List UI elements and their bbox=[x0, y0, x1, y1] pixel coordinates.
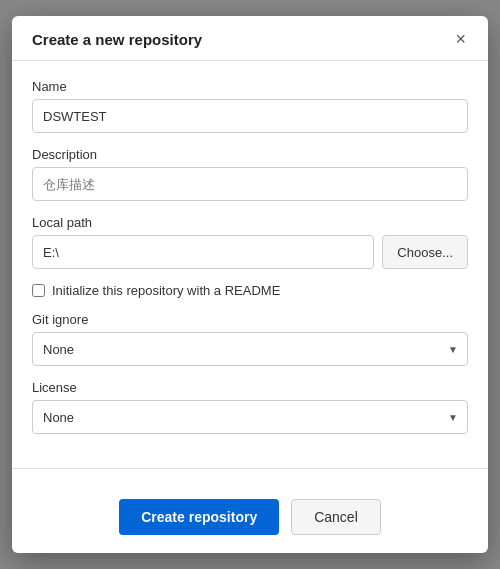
description-label: Description bbox=[32, 147, 468, 162]
local-path-row: Choose... bbox=[32, 235, 468, 269]
gitignore-field-group: Git ignore None bbox=[32, 312, 468, 366]
local-path-label: Local path bbox=[32, 215, 468, 230]
description-input[interactable] bbox=[32, 167, 468, 201]
license-field-group: License None bbox=[32, 380, 468, 434]
gitignore-select[interactable]: None bbox=[32, 332, 468, 366]
license-label: License bbox=[32, 380, 468, 395]
name-label: Name bbox=[32, 79, 468, 94]
dialog-header: Create a new repository × bbox=[12, 16, 488, 61]
dialog-body: Name Description Local path Choose... In… bbox=[12, 61, 488, 464]
cancel-button[interactable]: Cancel bbox=[291, 499, 381, 535]
name-field-group: Name bbox=[32, 79, 468, 133]
readme-checkbox[interactable] bbox=[32, 284, 45, 297]
dialog-footer: Create repository Cancel bbox=[12, 485, 488, 553]
license-select[interactable]: None bbox=[32, 400, 468, 434]
readme-checkbox-row: Initialize this repository with a README bbox=[32, 283, 468, 298]
close-button[interactable]: × bbox=[453, 30, 468, 48]
choose-button[interactable]: Choose... bbox=[382, 235, 468, 269]
license-select-wrapper: None bbox=[32, 400, 468, 434]
create-repository-button[interactable]: Create repository bbox=[119, 499, 279, 535]
readme-label: Initialize this repository with a README bbox=[52, 283, 280, 298]
dialog-title: Create a new repository bbox=[32, 31, 202, 48]
local-path-input[interactable] bbox=[32, 235, 374, 269]
create-repository-dialog: Create a new repository × Name Descripti… bbox=[12, 16, 488, 553]
divider bbox=[12, 468, 488, 469]
gitignore-label: Git ignore bbox=[32, 312, 468, 327]
local-path-field-group: Local path Choose... bbox=[32, 215, 468, 269]
description-field-group: Description bbox=[32, 147, 468, 201]
name-input[interactable] bbox=[32, 99, 468, 133]
gitignore-select-wrapper: None bbox=[32, 332, 468, 366]
